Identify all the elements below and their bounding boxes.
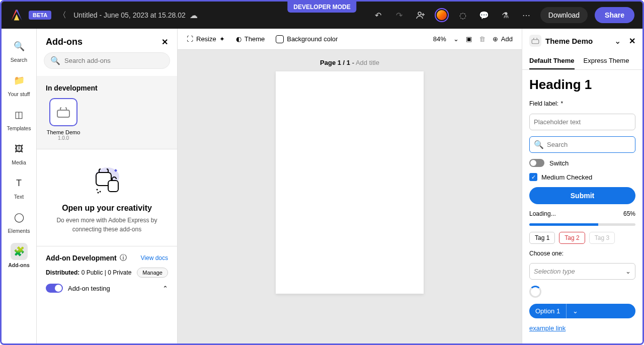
comments-icon[interactable]: 💬 [477,8,491,22]
developer-mode-badge: DEVELOPER MODE [287,2,356,13]
resize-icon: ⛶ [187,35,193,43]
page-indicator[interactable]: Page 1 / 1 - Add title [320,59,379,66]
demo-checkbox[interactable]: ✓ [529,173,537,181]
addons-panel: Add-ons ✕ 🔍 In development Theme Demo 1.… [37,29,178,343]
view-docs-link[interactable]: View docs [141,254,168,262]
required-asterisk: * [560,100,563,107]
plus-icon: ⊕ [493,35,498,43]
addons-search-input[interactable] [64,57,164,64]
canvas-toolbar: ⛶Resize ✦ ◐Theme Background color 84% ⌄ … [178,29,522,50]
search-icon: 🔍 [50,56,60,65]
demo-search-input[interactable] [547,141,631,148]
creativity-heading: Open up your creativity [46,204,168,213]
undo-button[interactable]: ↶ [371,8,385,22]
sparkle-icon: ✦ [219,35,225,43]
addon-testing-toggle[interactable] [46,284,63,293]
svg-rect-1 [57,110,69,117]
field-label: Field label: [529,100,558,107]
document-title[interactable]: Untitled - June 05, 2023 at 15.28.02 [73,11,186,19]
submit-button[interactable]: Submit [529,187,635,204]
bulb-icon[interactable]: ◌ [456,8,470,22]
addon-tile-name: Theme Demo [47,129,80,135]
in-development-heading: In development [46,84,168,92]
layers-icon[interactable]: ▣ [466,35,472,43]
option1-button[interactable]: Option 1 [529,304,566,318]
redo-button[interactable]: ↷ [392,8,407,22]
example-link[interactable]: example link [529,324,635,332]
rail-text[interactable]: TText [2,175,36,200]
loading-spinner [529,286,541,298]
svg-point-7 [97,192,99,194]
info-icon[interactable]: ⓘ [120,253,127,263]
selection-dropdown[interactable]: Selection type⌄ [529,263,635,280]
canvas-area: ⛶Resize ✦ ◐Theme Background color 84% ⌄ … [178,29,522,343]
addons-search[interactable]: 🔍 [44,52,170,69]
zoom-level[interactable]: 84% [433,35,446,43]
plugin-icon [49,98,77,126]
addon-tile-version: 1.0.0 [58,135,69,141]
zoom-chevron-icon[interactable]: ⌄ [453,35,459,43]
distributed-label: Distributed: 0 Public | 0 Private [46,269,132,276]
demo-heading: Heading 1 [529,77,635,93]
media-icon: 🖼 [11,140,28,157]
rail-media[interactable]: 🖼Media [2,140,36,165]
loading-label: Loading... [529,210,556,217]
tab-express-theme[interactable]: Express Theme [584,53,629,69]
svg-rect-4 [108,181,118,192]
topbar: DEVELOPER MODE BETA 〈 Untitled - June 05… [2,2,642,29]
tag-2[interactable]: Tag 2 [559,232,585,244]
text-field[interactable] [529,114,635,130]
theme-icon: ◐ [236,35,242,43]
addons-title: Add-ons [46,37,83,47]
plugin-icon [529,35,541,47]
download-button[interactable]: Download [540,7,588,23]
close-panel-button[interactable]: ✕ [629,36,635,46]
delete-icon[interactable]: 🗑 [479,35,486,43]
split-chevron[interactable]: ⌄ [567,304,584,318]
loading-percent: 65% [623,210,635,217]
switch-label: Switch [549,159,569,167]
rail-templates[interactable]: ◫Templates [2,106,36,131]
bgcolor-button[interactable]: Background color [276,35,338,43]
rail-search[interactable]: 🔍Search [2,38,36,63]
tag-1[interactable]: Tag 1 [529,232,555,244]
creativity-text: Do even more with Adobe Express by conne… [46,216,168,234]
cloud-sync-icon[interactable]: ☁ [190,11,198,20]
close-addons-button[interactable]: ✕ [162,37,168,47]
bgcolor-swatch [276,35,284,43]
manage-button[interactable]: Manage [137,268,168,278]
tag-3: Tag 3 [589,232,615,244]
progress-bar [529,223,635,226]
rail-addons[interactable]: 🧩Add-ons [2,243,36,268]
add-page-button[interactable]: ⊕Add [493,35,513,43]
creativity-illustration [87,161,127,197]
share-button[interactable]: Share [595,7,634,23]
theme-button[interactable]: ◐Theme [236,35,265,43]
invite-icon[interactable] [414,8,428,22]
left-rail: 🔍Search 📁Your stuff ◫Templates 🖼Media TT… [2,29,37,343]
choose-label: Choose one: [529,250,635,257]
chevron-down-icon[interactable]: ⌄ [614,36,621,46]
resize-button[interactable]: ⛶Resize ✦ [187,35,225,43]
user-avatar[interactable] [435,8,449,22]
more-icon[interactable]: ⋯ [519,8,533,22]
rail-elements[interactable]: ◯Elements [2,209,36,234]
rail-your-stuff[interactable]: 📁Your stuff [2,72,36,97]
search-icon: 🔍 [11,38,28,55]
back-button[interactable]: 〈 [58,10,66,21]
svg-point-6 [99,191,101,193]
addon-dev-heading: Add-on Development ⓘ [46,253,127,263]
search-icon: 🔍 [534,140,544,149]
svg-rect-8 [532,40,539,44]
folder-icon: 📁 [11,72,28,89]
beaker-icon[interactable]: ⚗ [498,8,512,22]
addon-tile-theme-demo[interactable]: Theme Demo 1.0.0 [46,98,81,141]
text-icon: T [11,175,28,192]
chevron-down-icon: ⌄ [625,268,631,275]
collapse-icon[interactable]: ⌃ [163,285,168,292]
demo-search[interactable]: 🔍 [529,136,635,153]
demo-switch[interactable] [529,159,544,167]
canvas-page[interactable] [276,71,424,294]
tab-default-theme[interactable]: Default Theme [529,53,575,69]
split-button[interactable]: Option 1⌄ [529,304,635,318]
